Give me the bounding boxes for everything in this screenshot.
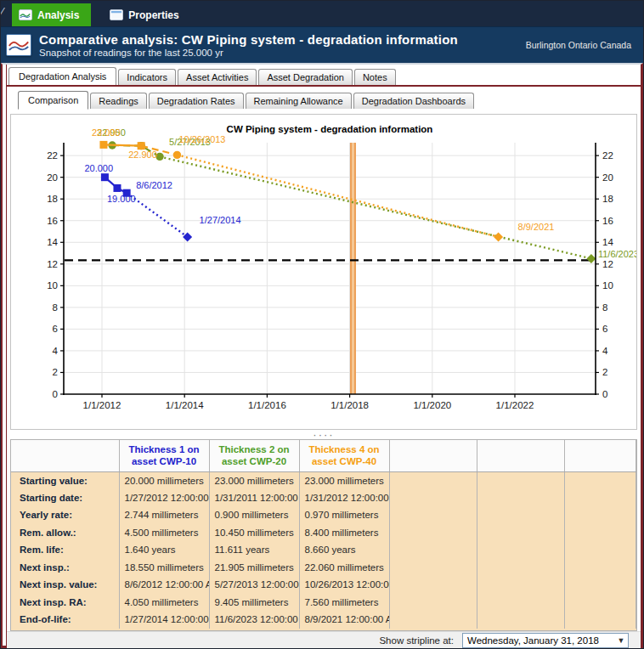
subtab-readings[interactable]: Readings — [90, 93, 146, 109]
point-label: 11/6/2023 — [598, 249, 637, 259]
tab-analysis[interactable]: Analysis — [12, 3, 91, 26]
table-cell: 23.000 millimeters — [209, 471, 299, 489]
table-row: Rem. allow.:4.500 millimeters10.450 mill… — [11, 524, 636, 542]
y-tick-label: 18 — [602, 194, 613, 204]
y-tick-label: 2 — [53, 367, 58, 377]
table-cell: 8/9/2021 12:00:00 AM — [299, 611, 389, 629]
tab-properties[interactable]: Properties — [103, 3, 190, 26]
stripline-center — [352, 143, 353, 394]
autohide-pin-icon[interactable]: ⁄ — [2, 5, 8, 19]
tabstrip-level1: Degradation AnalysisIndicatorsAsset Acti… — [7, 65, 641, 87]
y-tick-label: 10 — [602, 280, 613, 291]
body-wrap: Degradation AnalysisIndicatorsAsset Acti… — [1, 63, 643, 648]
table-cell: 5/27/2013 12:00:00 AM — [209, 576, 299, 594]
data-point — [113, 184, 121, 192]
table-cell — [564, 611, 636, 629]
tab-notes[interactable]: Notes — [354, 69, 396, 85]
analysis-chart-icon — [19, 9, 32, 20]
series-line — [104, 144, 141, 145]
x-tick-label: 1/1/2018 — [330, 400, 369, 410]
y-tick-label: 4 — [602, 346, 608, 356]
table-cell: 1/31/2011 12:00:00 AM — [209, 489, 299, 507]
subtab-degradation-dashboards[interactable]: Degradation Dashboards — [353, 93, 474, 109]
x-tick-label: 1/1/2014 — [166, 400, 204, 410]
tab-asset-degradation[interactable]: Asset Degradation — [258, 69, 353, 85]
x-tick-label: 1/1/2016 — [248, 400, 286, 410]
table-cell — [564, 559, 636, 577]
tab-properties-label: Properties — [128, 9, 178, 21]
table-cell — [477, 489, 564, 507]
horizontal-splitter-handle[interactable]: ···· — [7, 430, 641, 439]
table-cell: 20.000 millimeters — [119, 471, 209, 489]
page-header: Comparative analysis: CW Piping system -… — [1, 26, 643, 63]
table-cell: 11/6/2023 12:00:00 AM — [209, 611, 299, 629]
table-cell — [477, 594, 564, 612]
y-tick-label: 8 — [602, 302, 607, 313]
column-header: Thickness 4 onasset CWP-40 — [299, 440, 389, 471]
table-cell: 11.611 years — [209, 541, 299, 559]
y-tick-label: 6 — [602, 324, 607, 334]
stripline-date-value: Wednesday, January 31, 2018 — [467, 635, 614, 646]
header-titles: Comparative analysis: CW Piping system -… — [39, 32, 526, 58]
y-tick-label: 2 — [602, 367, 607, 377]
table-cell — [389, 524, 477, 542]
column-header: Thickness 2 onasset CWP-20 — [209, 440, 299, 471]
table-cell: 21.905 millimeters — [209, 559, 299, 577]
table-cell — [389, 611, 477, 629]
tab-indicators[interactable]: Indicators — [118, 69, 176, 85]
y-tick-label: 8 — [53, 302, 58, 313]
table-cell: 10.450 millimeters — [209, 524, 299, 542]
column-header — [564, 440, 636, 471]
chart-title: CW Piping system - degradation informati… — [227, 124, 433, 134]
row-label: Next insp.: — [11, 559, 119, 577]
y-tick-label: 14 — [47, 237, 58, 247]
y-tick-label: 10 — [47, 280, 58, 291]
tab-degradation-analysis[interactable]: Degradation Analysis — [8, 67, 116, 85]
y-tick-label: 22 — [602, 150, 613, 161]
page-subtitle: Snapshot of readings for the last 25.000… — [39, 48, 526, 58]
table-row: End-of-life:1/27/2014 12:00:00 AM11/6/20… — [11, 611, 636, 629]
table-cell: 1/27/2012 12:00:00 AM — [119, 489, 209, 507]
table-row: Starting value:20.000 millimeters23.000 … — [11, 471, 636, 489]
y-tick-label: 12 — [602, 259, 613, 269]
comparison-table-panel: Thickness 1 onasset CWP-10Thickness 2 on… — [10, 439, 637, 631]
chevron-down-icon[interactable]: ▼ — [614, 636, 628, 645]
series-line — [127, 193, 187, 237]
subtab-degradation-rates[interactable]: Degradation Rates — [149, 93, 244, 109]
app-window: ⁄ Analysis Properties Comparative analys… — [0, 0, 644, 649]
point-label: 20.000 — [84, 163, 113, 173]
table-cell — [564, 594, 636, 612]
y-tick-label: 0 — [602, 389, 607, 399]
table-cell — [477, 576, 564, 594]
table-cell: 1.640 years — [119, 541, 209, 559]
point-label: 8/9/2021 — [518, 222, 555, 232]
table-cell — [564, 541, 636, 559]
row-label: Starting date: — [11, 489, 119, 507]
row-label: End-of-life: — [11, 611, 119, 629]
subtab-comparison[interactable]: Comparison — [18, 91, 88, 110]
tabstrip-level2: ComparisonReadingsDegradation RatesRemai… — [7, 87, 641, 109]
table-cell — [477, 559, 564, 577]
stripline-date-combobox[interactable]: Wednesday, January 31, 2018 ▼ — [462, 633, 629, 648]
table-cell — [389, 559, 477, 577]
y-tick-label: 16 — [47, 216, 58, 226]
data-point — [494, 232, 503, 241]
subtab-remaining-allowance[interactable]: Remaining Allowance — [246, 93, 352, 109]
table-cell — [564, 506, 636, 524]
data-point — [99, 141, 107, 149]
table-row: Yearly rate:2.744 millimeters0.900 milli… — [11, 506, 636, 524]
content-column: Degradation AnalysisIndicatorsAsset Acti… — [7, 65, 641, 646]
tab-asset-activities[interactable]: Asset Activities — [178, 69, 257, 85]
column-header — [477, 440, 564, 471]
row-label: Next insp. value: — [11, 576, 119, 594]
y-tick-label: 12 — [47, 259, 58, 269]
table-cell — [477, 506, 564, 524]
row-label: Starting value: — [11, 471, 119, 489]
table-row: Starting date:1/27/2012 12:00:00 AM1/31/… — [11, 489, 636, 507]
table-cell: 7.560 millimeters — [299, 594, 389, 612]
table-cell: 1/31/2012 12:00:00 AM — [299, 489, 389, 507]
column-header — [389, 440, 477, 471]
document-tabbar: ⁄ Analysis Properties — [1, 1, 643, 26]
row-label: Next insp. RA: — [11, 594, 119, 612]
table-cell — [564, 524, 636, 542]
